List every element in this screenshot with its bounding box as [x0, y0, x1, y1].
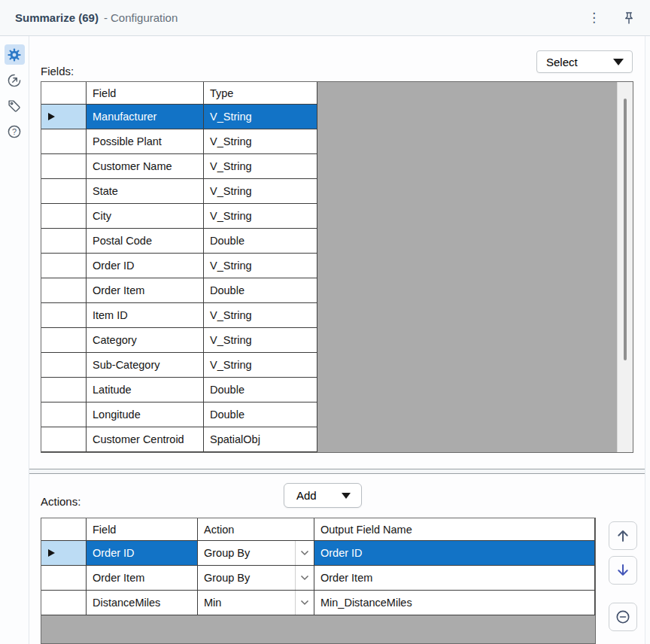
- output-field-cell[interactable]: Order ID: [314, 541, 595, 566]
- add-dropdown-button[interactable]: Add: [284, 483, 362, 508]
- action-combobox[interactable]: Min: [198, 591, 314, 615]
- table-row[interactable]: DistanceMiles Min Min_DistanceMiles: [41, 591, 595, 615]
- field-name-cell[interactable]: Latitude: [87, 378, 204, 402]
- field-name-cell[interactable]: Category: [87, 328, 204, 353]
- panel-header: Summarize (69) - Configuration ⋮: [0, 0, 650, 36]
- field-name-cell[interactable]: Possible Plant: [87, 129, 204, 154]
- table-row[interactable]: Postal Code Double: [41, 229, 317, 254]
- table-row[interactable]: Order Item Double: [41, 278, 317, 303]
- sidebar-item-output-preview[interactable]: [5, 70, 25, 90]
- actions-table: Field Action Output Field Name Order ID …: [41, 518, 596, 644]
- select-dropdown-button[interactable]: Select: [536, 50, 633, 73]
- table-row[interactable]: Latitude Double: [41, 378, 317, 402]
- gear-icon: [6, 47, 23, 63]
- row-selector-header: [41, 82, 87, 105]
- chevron-down-icon[interactable]: [295, 541, 314, 565]
- chevron-down-icon[interactable]: [295, 566, 314, 590]
- fields-scrollbar[interactable]: [617, 82, 633, 452]
- chevron-down-icon[interactable]: [295, 591, 314, 615]
- row-selector-cell[interactable]: [41, 402, 87, 427]
- row-selector-cell[interactable]: [41, 566, 87, 591]
- field-name-cell[interactable]: Customer Centroid: [87, 427, 204, 452]
- row-selector-cell[interactable]: [41, 353, 87, 378]
- row-selector-cell[interactable]: [41, 129, 87, 154]
- table-row[interactable]: Possible Plant V_String: [41, 129, 317, 154]
- selected-row-marker-icon: [48, 113, 55, 120]
- pin-icon[interactable]: [621, 11, 636, 26]
- splitter-handle[interactable]: [29, 469, 650, 474]
- field-type-cell[interactable]: V_String: [204, 179, 317, 204]
- row-selector-cell[interactable]: [41, 328, 87, 353]
- table-row[interactable]: Longitude Double: [41, 402, 317, 427]
- field-type-cell[interactable]: V_String: [204, 154, 317, 179]
- field-type-cell[interactable]: Double: [204, 229, 317, 254]
- table-row[interactable]: City V_String: [41, 204, 317, 229]
- row-selector-cell[interactable]: [41, 254, 87, 278]
- table-row[interactable]: Sub-Category V_String: [41, 353, 317, 378]
- field-type-cell[interactable]: Double: [204, 378, 317, 402]
- select-button-label: Select: [546, 56, 578, 68]
- table-row[interactable]: Manufacturer V_String: [41, 105, 317, 129]
- table-row[interactable]: Order ID V_String: [41, 254, 317, 278]
- field-name-cell[interactable]: Customer Name: [87, 154, 204, 179]
- field-type-cell[interactable]: V_String: [204, 254, 317, 278]
- action-field-cell[interactable]: Order Item: [87, 566, 198, 591]
- move-up-button[interactable]: [609, 521, 637, 550]
- row-selector-cell[interactable]: [41, 303, 87, 328]
- field-name-cell[interactable]: Item ID: [87, 303, 204, 328]
- field-type-cell[interactable]: Double: [204, 278, 317, 303]
- field-type-cell[interactable]: V_String: [204, 353, 317, 378]
- row-selector-cell[interactable]: [41, 154, 87, 179]
- field-name-cell[interactable]: Order ID: [87, 254, 204, 278]
- field-type-cell[interactable]: V_String: [204, 204, 317, 229]
- field-name-cell[interactable]: Longitude: [87, 402, 204, 427]
- row-selector-cell[interactable]: [41, 591, 87, 615]
- field-name-cell[interactable]: Sub-Category: [87, 353, 204, 378]
- sidebar-item-configuration[interactable]: [5, 44, 25, 65]
- action-field-cell[interactable]: DistanceMiles: [87, 591, 198, 615]
- action-combobox[interactable]: Group By: [198, 541, 314, 566]
- row-selector-cell[interactable]: [41, 278, 87, 303]
- more-options-icon[interactable]: ⋮: [583, 8, 605, 27]
- field-name-cell[interactable]: City: [87, 204, 204, 229]
- action-row-controls: [596, 518, 650, 644]
- table-row[interactable]: Customer Name V_String: [41, 154, 317, 179]
- action-combobox-value: Group By: [198, 541, 295, 565]
- field-name-cell[interactable]: Order Item: [87, 278, 204, 303]
- action-field-cell[interactable]: Order ID: [87, 541, 198, 566]
- table-row[interactable]: Customer Centroid SpatialObj: [41, 427, 317, 452]
- field-name-cell[interactable]: Manufacturer: [87, 105, 204, 129]
- field-type-cell[interactable]: Double: [204, 402, 317, 427]
- field-type-cell[interactable]: SpatialObj: [204, 427, 317, 452]
- actions-header-row: Field Action Output Field Name: [41, 518, 595, 541]
- row-selector-cell[interactable]: [41, 105, 87, 129]
- field-type-cell[interactable]: V_String: [204, 328, 317, 353]
- output-field-cell[interactable]: Min_DistanceMiles: [314, 591, 595, 615]
- panel-subtitle: - Configuration: [104, 11, 178, 24]
- row-selector-cell[interactable]: [41, 204, 87, 229]
- field-name-cell[interactable]: Postal Code: [87, 229, 204, 254]
- table-row[interactable]: Order ID Group By Order ID: [41, 541, 595, 566]
- remove-action-button[interactable]: [609, 603, 637, 631]
- field-type-cell[interactable]: V_String: [204, 129, 317, 154]
- action-column-header: Action: [198, 518, 314, 541]
- table-row[interactable]: Order Item Group By Order Item: [41, 566, 595, 591]
- field-type-cell[interactable]: V_String: [204, 105, 317, 129]
- table-row[interactable]: State V_String: [41, 179, 317, 204]
- fields-header-row: Field Type: [41, 82, 317, 105]
- row-selector-cell[interactable]: [41, 229, 87, 254]
- row-selector-cell[interactable]: [41, 378, 87, 402]
- field-type-cell[interactable]: V_String: [204, 303, 317, 328]
- row-selector-cell[interactable]: [41, 179, 87, 204]
- row-selector-cell[interactable]: [41, 541, 87, 566]
- action-combobox[interactable]: Group By: [198, 566, 314, 591]
- sidebar-item-help[interactable]: ?: [5, 121, 25, 141]
- field-name-cell[interactable]: State: [87, 179, 204, 204]
- move-down-button[interactable]: [609, 556, 637, 585]
- output-field-cell[interactable]: Order Item: [314, 566, 595, 591]
- table-row[interactable]: Item ID V_String: [41, 303, 317, 328]
- sidebar-item-annotation[interactable]: [5, 96, 25, 116]
- table-row[interactable]: Category V_String: [41, 328, 317, 353]
- scrollbar-thumb[interactable]: [624, 99, 627, 360]
- row-selector-cell[interactable]: [41, 427, 87, 452]
